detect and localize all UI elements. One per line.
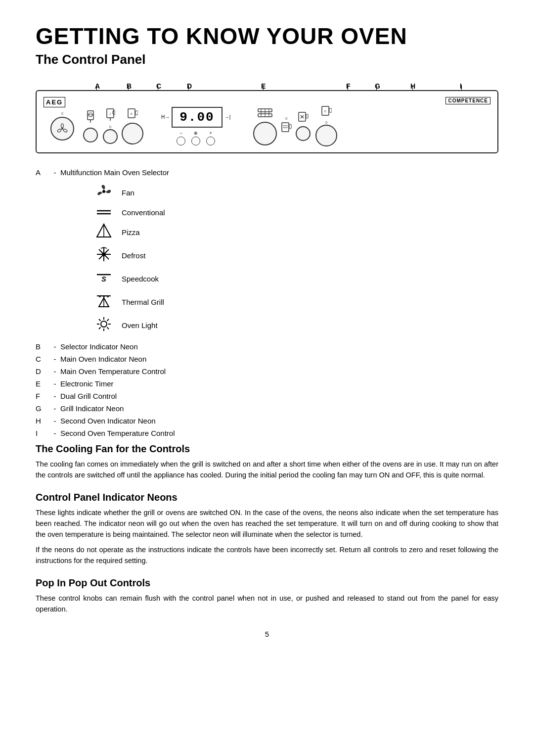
item-E: E - Electronic Timer xyxy=(36,378,498,389)
knob-C[interactable] xyxy=(103,129,118,144)
item-key-F: F xyxy=(36,391,49,401)
panel-items-list: B - Selector Indicator Neon C - Main Ove… xyxy=(36,341,498,438)
panel-label-C: C xyxy=(156,82,161,90)
dual-grill-control[interactable] xyxy=(253,107,277,145)
c-control-icon: ↓ xyxy=(105,108,115,125)
main-oven-temp-control[interactable]: c xyxy=(122,108,143,144)
item-key-G: G xyxy=(36,403,49,414)
selector-speedcook: S Speedcook xyxy=(95,270,498,288)
pop-controls-body: These control knobs can remain flush wit… xyxy=(36,593,498,615)
item-I: I - Second Oven Temperature Control xyxy=(36,428,498,438)
timer-arrow-left: H→ xyxy=(161,114,170,120)
item-dash-C: - xyxy=(49,354,60,364)
pizza-icon xyxy=(95,223,113,241)
item-key-A: A xyxy=(36,167,49,178)
conventional-label: Conventional xyxy=(122,208,165,217)
svg-point-2 xyxy=(57,129,61,133)
timer-arrow-right: →| xyxy=(224,114,231,120)
svg-rect-20 xyxy=(282,123,289,132)
timer-power-btn[interactable] xyxy=(191,137,200,145)
item-A: A - Multifunction Main Oven Selector xyxy=(36,167,498,178)
selector-defrost: Defrost xyxy=(95,246,498,265)
panel-label-H: H xyxy=(410,82,415,90)
svg-line-61 xyxy=(99,327,101,329)
svg-rect-23 xyxy=(289,124,291,129)
item-C: C - Main Oven Indicator Neon xyxy=(36,354,498,364)
main-oven-indicator-neon-control: ↓ 0 xyxy=(103,108,118,144)
svg-rect-27 xyxy=(306,114,308,118)
main-oven-selector-control[interactable]: 0 xyxy=(50,111,74,141)
b-control-icon xyxy=(86,110,95,127)
item-dash-D: - xyxy=(49,366,60,377)
timer-minus[interactable]: − xyxy=(179,131,182,136)
item-dash-F: - xyxy=(49,391,60,401)
svg-line-59 xyxy=(107,327,109,329)
indicator-neons-title: Control Panel Indicator Neons xyxy=(36,492,498,503)
item-value-D: Main Oven Temperature Control xyxy=(60,366,498,377)
svg-line-60 xyxy=(107,319,109,321)
item-dash-E: - xyxy=(49,378,60,389)
grill-indicator-neon: 0 xyxy=(281,116,292,136)
oven-control-panel: AEG COMPETENCE 0 xyxy=(36,90,498,153)
item-key-I: I xyxy=(36,428,49,438)
g-indicator-icon xyxy=(281,122,292,136)
grill-icon xyxy=(257,107,273,122)
panel-label-D: D xyxy=(187,82,192,90)
item-dash-A: - xyxy=(49,167,60,178)
timer-plus[interactable]: + xyxy=(209,131,212,136)
page-number: 5 xyxy=(36,630,498,638)
control-panel-heading: The Control Panel xyxy=(36,52,498,67)
item-value-F: Dual Grill Control xyxy=(60,391,498,401)
svg-point-31 xyxy=(102,190,105,193)
second-oven-indicator-neon xyxy=(296,111,311,141)
item-key-D: D xyxy=(36,366,49,377)
electronic-timer: H→ 9.00 →| − ⊕ + xyxy=(161,107,230,145)
indicator-neons-section: Control Panel Indicator Neons These ligh… xyxy=(36,492,498,567)
panel-diagram: A B C D E F G H I AEG COMPETENCE xyxy=(36,76,498,153)
svg-text:S: S xyxy=(101,275,106,283)
knob-D[interactable] xyxy=(122,123,143,144)
item-D: D - Main Oven Temperature Control xyxy=(36,366,498,377)
item-key-C: C xyxy=(36,354,49,364)
item-value-I: Second Oven Temperature Control xyxy=(60,428,498,438)
svg-point-53 xyxy=(101,321,107,327)
timer-plus-btn[interactable] xyxy=(206,137,215,145)
panel-label-A: A xyxy=(95,82,100,90)
conventional-icon xyxy=(95,207,113,218)
cooling-fan-section: The Cooling Fan for the Controls The coo… xyxy=(36,443,498,481)
oven-light-icon xyxy=(95,316,113,334)
defrost-label: Defrost xyxy=(122,251,145,260)
second-oven-temp-control[interactable]: c 0 xyxy=(315,105,337,146)
fan-icon xyxy=(95,184,113,202)
svg-text:c: c xyxy=(324,109,326,113)
cooling-fan-title: The Cooling Fan for the Controls xyxy=(36,443,498,455)
d-control-icon: c xyxy=(127,108,138,123)
knob-F[interactable] xyxy=(253,122,277,145)
svg-rect-29 xyxy=(329,108,332,112)
item-F: F - Dual Grill Control xyxy=(36,391,498,401)
item-key-E: E xyxy=(36,378,49,389)
fan-label: Fan xyxy=(122,189,134,197)
item-key-B: B xyxy=(36,341,49,352)
thermal-grill-label: Thermal Grill xyxy=(122,298,164,306)
timer-power: ⊕ xyxy=(194,131,198,136)
timer-display: 9.00 xyxy=(172,107,222,128)
knob-H[interactable] xyxy=(296,126,311,141)
oven-light-label: Oven Light xyxy=(122,321,158,330)
speedcook-label: Speedcook xyxy=(122,275,159,283)
item-value-E: Electronic Timer xyxy=(60,378,498,389)
item-dash-B: - xyxy=(49,341,60,352)
selector-items-list: Fan Conventional Pizza xyxy=(95,184,498,334)
knob-B[interactable] xyxy=(83,128,98,142)
svg-line-58 xyxy=(99,319,101,321)
defrost-icon xyxy=(95,246,113,265)
knob-A[interactable] xyxy=(50,117,74,141)
item-value-H: Second Oven Indicator Neon xyxy=(60,416,498,426)
pizza-label: Pizza xyxy=(122,228,140,236)
selector-oven-light: Oven Light xyxy=(95,316,498,334)
timer-minus-btn[interactable] xyxy=(177,137,185,145)
panel-label-G: G xyxy=(375,82,380,90)
item-value-B: Selector Indicator Neon xyxy=(60,341,498,352)
knob-I[interactable] xyxy=(315,125,337,146)
panel-label-B: B xyxy=(127,82,132,90)
